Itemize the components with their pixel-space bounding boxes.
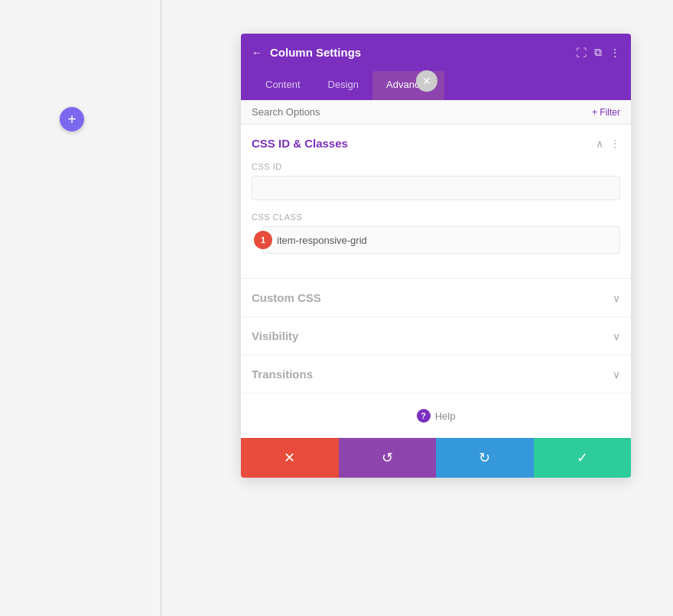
cancel-icon: ✕ xyxy=(284,449,295,466)
tab-content[interactable]: Content xyxy=(252,71,314,100)
split-view-icon[interactable]: ⧉ xyxy=(594,46,602,59)
css-class-label: CSS Class xyxy=(252,212,620,222)
help-label: Help xyxy=(435,410,456,422)
search-input[interactable] xyxy=(252,106,592,118)
redo-button[interactable]: ↻ xyxy=(436,438,534,478)
css-class-value: item-responsive-grid xyxy=(263,235,367,246)
section-transitions: Transitions ∨ xyxy=(241,355,631,394)
save-icon: ✓ xyxy=(577,449,588,466)
chevron-down-icon: ∨ xyxy=(613,292,620,304)
help-section: ? Help xyxy=(241,394,631,438)
section-visibility-title: Visibility xyxy=(252,329,298,342)
css-class-field: CSS Class 1 item-responsive-grid xyxy=(252,212,620,254)
fullscreen-icon[interactable]: ⛶ xyxy=(576,47,587,59)
section-transitions-title: Transitions xyxy=(252,368,313,381)
section-css-id-classes-title: CSS ID & Classes xyxy=(252,137,348,150)
section-css-id-classes-header[interactable]: CSS ID & Classes ∧ ⋮ xyxy=(241,125,631,162)
css-id-input[interactable] xyxy=(252,176,620,200)
section-css-id-classes-content: CSS ID CSS Class 1 item-responsive-grid xyxy=(241,162,631,278)
cancel-button[interactable]: ✕ xyxy=(241,438,339,478)
reset-icon: ↺ xyxy=(382,449,393,466)
more-options-icon[interactable]: ⋮ xyxy=(610,47,620,59)
column-settings-panel: ← Column Settings ⛶ ⧉ ⋮ Content Design A… xyxy=(241,34,631,478)
back-button[interactable]: ← xyxy=(252,47,262,59)
bottom-bar: ✕ ↺ ↻ ✓ xyxy=(241,438,631,478)
section-transitions-header[interactable]: Transitions ∨ xyxy=(241,355,631,393)
help-icon[interactable]: ? xyxy=(417,409,431,423)
section-custom-css-header[interactable]: Custom CSS ∨ xyxy=(241,279,631,316)
add-element-button[interactable]: + xyxy=(60,107,84,131)
panel-body: CSS ID & Classes ∧ ⋮ CSS ID CSS Class 1 xyxy=(241,125,631,438)
section-visibility-header[interactable]: Visibility ∨ xyxy=(241,317,631,355)
css-id-field: CSS ID xyxy=(252,162,620,200)
save-button[interactable]: ✓ xyxy=(534,438,632,478)
section-custom-css: Custom CSS ∨ xyxy=(241,279,631,317)
chevron-down-icon-3: ∨ xyxy=(613,368,620,381)
tab-design[interactable]: Design xyxy=(314,71,372,100)
panel-title: Column Settings xyxy=(270,46,361,59)
filter-button[interactable]: + Filter xyxy=(592,107,620,118)
section-more-icon[interactable]: ⋮ xyxy=(610,138,620,150)
close-panel-button[interactable]: ✕ xyxy=(416,70,437,92)
css-id-label: CSS ID xyxy=(252,162,620,171)
search-bar: + Filter xyxy=(241,100,631,125)
panel-header-icons: ⛶ ⧉ ⋮ xyxy=(576,46,620,59)
section-css-id-classes-icons: ∧ ⋮ xyxy=(596,138,620,150)
panel-header-left: ← Column Settings xyxy=(252,46,361,59)
close-icon: ✕ xyxy=(422,75,431,87)
section-css-id-classes: CSS ID & Classes ∧ ⋮ CSS ID CSS Class 1 xyxy=(241,125,631,279)
css-class-badge: 1 xyxy=(254,231,272,249)
chevron-down-icon-2: ∨ xyxy=(613,330,620,342)
panel-header: ← Column Settings ⛶ ⧉ ⋮ xyxy=(241,34,631,71)
divider-line xyxy=(161,0,161,616)
section-custom-css-title: Custom CSS xyxy=(252,291,321,304)
chevron-up-icon: ∧ xyxy=(596,138,603,150)
css-class-input-wrapper: 1 item-responsive-grid xyxy=(262,226,620,254)
redo-icon: ↻ xyxy=(479,449,490,466)
section-visibility: Visibility ∨ xyxy=(241,317,631,355)
reset-button[interactable]: ↺ xyxy=(339,438,437,478)
